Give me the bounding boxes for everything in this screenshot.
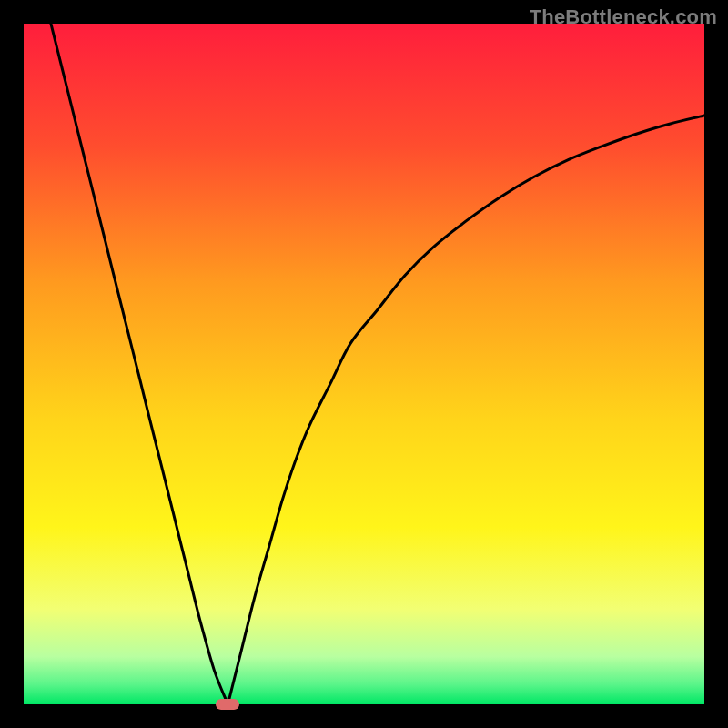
chart-stage: TheBottleneck.com <box>0 0 728 728</box>
watermark-text: TheBottleneck.com <box>530 5 717 29</box>
chart-svg <box>24 24 704 704</box>
minimum-marker <box>216 699 239 710</box>
plot-area <box>24 24 704 704</box>
gradient-bg <box>24 24 704 704</box>
